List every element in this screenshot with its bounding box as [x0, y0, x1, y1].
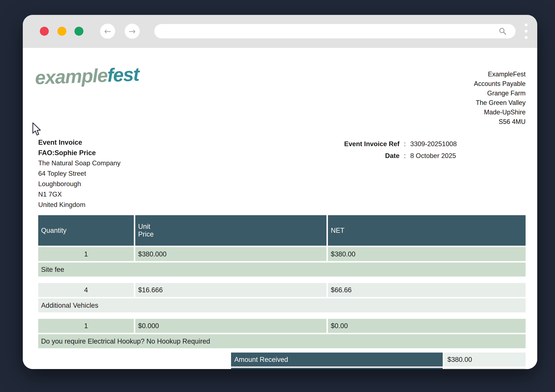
address-bar[interactable]	[154, 24, 516, 38]
maximize-window-button[interactable]	[74, 27, 83, 36]
invoice-ref-label: Event Invoice Ref	[292, 138, 400, 150]
recipient-fao: FAO:Sophie Price	[38, 148, 121, 158]
unit-price-cell: $16.666	[135, 283, 327, 297]
menu-dot	[525, 36, 527, 39]
sender-line: Grange Farm	[474, 88, 526, 98]
quantity-cell: 1	[38, 247, 134, 261]
recipient-line: Loughborough	[38, 179, 121, 189]
quantity-cell: 4	[38, 283, 134, 297]
minimize-window-button[interactable]	[57, 27, 66, 36]
sender-line: ExampleFest	[474, 69, 526, 79]
header-net: NET	[328, 215, 526, 246]
forward-button[interactable]: →	[125, 24, 140, 39]
net-cell: $0.00	[328, 319, 526, 333]
browser-window: ← → examplefest ExampleFest Accounts Pay…	[23, 15, 537, 369]
table-header-row: Quantity Unit Price NET	[38, 215, 526, 246]
invoice-date-separator: :	[400, 150, 410, 162]
invoice-page: examplefest ExampleFest Accounts Payable…	[23, 48, 537, 369]
mouse-cursor	[32, 123, 41, 137]
sender-line: Accounts Payable	[474, 79, 526, 88]
back-arrow-icon: ←	[104, 26, 111, 36]
unit-price-cell: $0.000	[135, 319, 327, 333]
invoice-date-label: Date	[292, 150, 400, 162]
examplefest-logo: examplefest	[35, 63, 139, 89]
sender-address-block: ExampleFest Accounts Payable Grange Farm…	[474, 69, 526, 126]
sender-line: Made-UpShire	[474, 107, 526, 117]
line-item-values-row: 4 $16.666 $66.66	[38, 283, 526, 297]
close-window-button[interactable]	[40, 27, 49, 36]
recipient-line: 64 Topley Street	[38, 168, 121, 179]
sender-line: S56 4MU	[474, 117, 526, 126]
recipient-line: The Natural Soap Company	[38, 158, 121, 168]
sender-line: The Green Valley	[474, 98, 526, 107]
forward-arrow-icon: →	[129, 26, 136, 36]
amount-received-value: $380.00	[444, 353, 526, 367]
amount-received-row: Amount Received $380.00	[231, 353, 526, 367]
summary-row-partial	[231, 368, 526, 369]
invoice-ref-separator: :	[400, 138, 410, 150]
line-item-description-row: Do you require Electrical Hookup? No Hoo…	[38, 334, 526, 348]
line-item-values-row: 1 $380.000 $380.00	[38, 247, 526, 261]
invoice-date-value: 8 October 2025	[410, 150, 504, 162]
line-item-description-row: Site fee	[38, 262, 526, 276]
browser-toolbar: ← →	[23, 15, 537, 48]
quantity-cell: 1	[38, 319, 134, 333]
logo-part-fest: fest	[107, 64, 139, 86]
recipient-address-block: Event Invoice FAO:Sophie Price The Natur…	[38, 137, 121, 210]
invoice-meta-block: Event Invoice Ref : 3309-20251008 Date :…	[292, 138, 504, 162]
line-item-values-row: 1 $0.000 $0.00	[38, 319, 526, 333]
net-cell: $380.00	[328, 247, 526, 261]
summary-partial-label-cell	[231, 368, 443, 369]
logo-part-example: example	[35, 65, 108, 88]
desktop-background: { "browser": { "back_glyph": "←", "forwa…	[0, 0, 555, 392]
header-unit-price-line1: Unit	[138, 223, 154, 230]
line-item-description-row: Additional Vehicles	[38, 298, 526, 312]
invoice-ref-value: 3309-20251008	[410, 138, 504, 150]
back-button[interactable]: ←	[100, 24, 115, 39]
recipient-line: United Kingdom	[38, 200, 121, 210]
summary-partial-value-cell	[444, 368, 526, 369]
header-quantity: Quantity	[38, 215, 134, 246]
net-cell: $66.66	[328, 283, 526, 297]
menu-dot	[525, 30, 527, 33]
recipient-line: N1 7GX	[38, 189, 121, 200]
menu-dot	[525, 23, 527, 26]
browser-menu-button[interactable]	[525, 23, 527, 42]
unit-price-cell: $380.000	[135, 247, 327, 261]
header-unit-price: Unit Price	[135, 215, 327, 246]
header-unit-price-line2: Price	[138, 230, 154, 238]
search-icon[interactable]	[499, 27, 507, 35]
amount-received-label: Amount Received	[231, 353, 443, 367]
invoice-title: Event Invoice	[38, 137, 121, 148]
line-items-table: Quantity Unit Price NET 1 $380.000 $380.…	[38, 215, 526, 369]
